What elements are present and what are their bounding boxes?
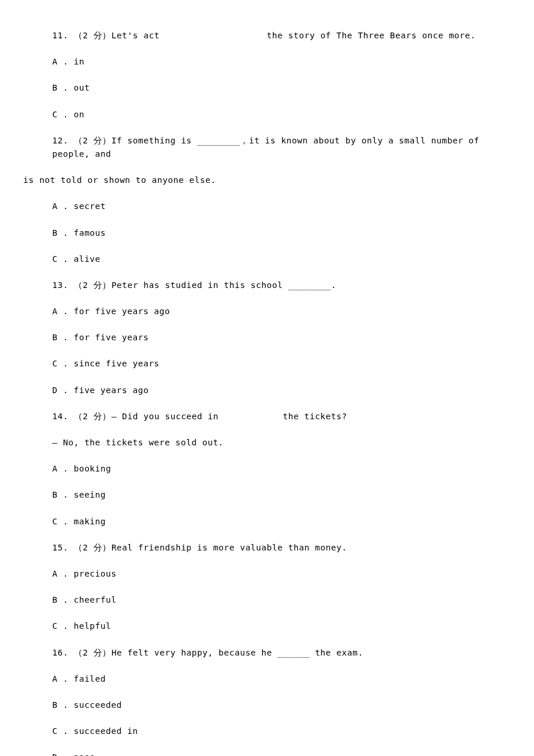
question-points: （2 分） bbox=[74, 648, 111, 657]
question-number: 15. bbox=[52, 543, 74, 552]
option-label: A . bbox=[52, 57, 74, 66]
option-label: A . bbox=[52, 674, 74, 683]
answer-option[interactable]: A . in bbox=[23, 55, 511, 69]
option-label: B . bbox=[52, 333, 74, 342]
prompt-continuation: — No, the tickets were sold out. bbox=[23, 436, 511, 449]
blank-space bbox=[219, 412, 283, 421]
answer-option[interactable]: D . pass bbox=[23, 751, 511, 756]
answer-option[interactable]: C . on bbox=[23, 108, 511, 121]
question-points: （2 分） bbox=[74, 280, 111, 290]
question-points: （2 分） bbox=[74, 543, 111, 552]
option-text: succeeded in bbox=[74, 726, 138, 736]
blank-underscore: ________ bbox=[283, 280, 331, 290]
option-text: failed bbox=[74, 674, 106, 683]
option-label: C . bbox=[52, 359, 74, 368]
option-label: C . bbox=[52, 726, 74, 736]
option-text: cheerful bbox=[74, 595, 117, 604]
answer-option[interactable]: B . seeing bbox=[23, 488, 511, 502]
answer-option[interactable]: A . failed bbox=[23, 672, 511, 686]
option-text: five years ago bbox=[74, 386, 149, 395]
question-number: 14. bbox=[52, 412, 74, 421]
option-label: A . bbox=[52, 201, 74, 211]
prompt-before: If something is bbox=[111, 136, 192, 145]
answer-option[interactable]: A . secret bbox=[23, 200, 511, 213]
question-points: （2 分） bbox=[74, 31, 111, 40]
blank-space bbox=[160, 31, 267, 40]
option-label: C . bbox=[52, 110, 74, 119]
option-label: D . bbox=[52, 753, 74, 756]
option-text: for five years bbox=[74, 333, 149, 342]
prompt-before: — Did you succeed in bbox=[111, 412, 219, 421]
option-label: B . bbox=[52, 490, 74, 499]
option-text: secret bbox=[74, 201, 106, 211]
prompt-before: Let's act bbox=[111, 31, 160, 40]
answer-option[interactable]: B . cheerful bbox=[23, 593, 511, 607]
option-text: making bbox=[74, 517, 106, 526]
answer-option[interactable]: C . since five years bbox=[23, 357, 511, 370]
answer-option[interactable]: A . booking bbox=[23, 462, 511, 476]
option-label: C . bbox=[52, 254, 74, 264]
prompt-after: . bbox=[331, 280, 336, 290]
option-label: B . bbox=[52, 83, 74, 92]
prompt-after: the tickets? bbox=[283, 412, 347, 421]
option-label: C . bbox=[52, 621, 74, 631]
option-text: precious bbox=[74, 569, 117, 578]
option-text: pass bbox=[74, 753, 95, 756]
answer-option[interactable]: C . succeeded in bbox=[23, 725, 511, 738]
blank-underscore: ________ bbox=[192, 136, 240, 145]
option-label: D . bbox=[52, 386, 74, 395]
option-label: A . bbox=[52, 569, 74, 578]
page-container: 11. （2 分）Let's act the story of The Thre… bbox=[0, 0, 534, 756]
question-prompt: 12. （2 分）If something is ________，it is … bbox=[23, 134, 511, 161]
question-number: 16. bbox=[52, 648, 74, 657]
prompt-before: Real friendship is more valuable than mo… bbox=[111, 543, 347, 552]
question-prompt: 16. （2 分）He felt very happy, because he … bbox=[23, 646, 511, 660]
prompt-before: Peter has studied in this school bbox=[111, 280, 283, 290]
option-text: out bbox=[74, 83, 90, 92]
question-prompt: 15. （2 分）Real friendship is more valuabl… bbox=[23, 541, 511, 555]
answer-option[interactable]: B . out bbox=[23, 81, 511, 95]
answer-option[interactable]: C . making bbox=[23, 515, 511, 528]
option-text: helpful bbox=[74, 621, 111, 631]
question-number: 12. bbox=[52, 136, 74, 145]
question-number: 11. bbox=[52, 31, 74, 40]
prompt-before: He felt very happy, because he bbox=[111, 648, 272, 657]
option-label: B . bbox=[52, 228, 74, 237]
answer-option[interactable]: A . precious bbox=[23, 567, 511, 581]
option-label: A . bbox=[52, 307, 74, 316]
answer-option[interactable]: D . five years ago bbox=[23, 384, 511, 397]
blank-underscore: ______ bbox=[272, 648, 310, 657]
answer-option[interactable]: A . for five years ago bbox=[23, 305, 511, 318]
option-text: for five years ago bbox=[74, 307, 170, 316]
option-text: since five years bbox=[74, 359, 160, 368]
option-label: B . bbox=[52, 700, 74, 710]
question-prompt: 13. （2 分）Peter has studied in this schoo… bbox=[23, 279, 511, 292]
option-text: seeing bbox=[74, 490, 106, 499]
option-text: alive bbox=[74, 254, 100, 264]
option-text: on bbox=[74, 110, 84, 119]
answer-option[interactable]: C . alive bbox=[23, 253, 511, 266]
prompt-after: the exam. bbox=[309, 648, 363, 657]
answer-option[interactable]: B . for five years bbox=[23, 331, 511, 344]
answer-option[interactable]: B . famous bbox=[23, 226, 511, 240]
question-points: （2 分） bbox=[74, 412, 111, 421]
prompt-continuation: is not told or shown to anyone else. bbox=[23, 174, 511, 187]
question-prompt: 11. （2 分）Let's act the story of The Thre… bbox=[23, 29, 511, 42]
prompt-after: the story of The Three Bears once more. bbox=[267, 31, 476, 40]
option-text: booking bbox=[74, 464, 111, 473]
option-label: C . bbox=[52, 517, 74, 526]
option-text: in bbox=[74, 57, 84, 66]
option-text: famous bbox=[74, 228, 106, 237]
questions-area: 11. （2 分）Let's act the story of The Thre… bbox=[23, 29, 511, 756]
option-text: succeeded bbox=[74, 700, 122, 710]
answer-option[interactable]: B . succeeded bbox=[23, 699, 511, 712]
option-label: B . bbox=[52, 595, 74, 604]
question-number: 13. bbox=[52, 280, 74, 290]
answer-option[interactable]: C . helpful bbox=[23, 620, 511, 633]
question-points: （2 分） bbox=[74, 136, 111, 145]
option-label: A . bbox=[52, 464, 74, 473]
question-prompt: 14. （2 分）— Did you succeed in the ticket… bbox=[23, 410, 511, 423]
